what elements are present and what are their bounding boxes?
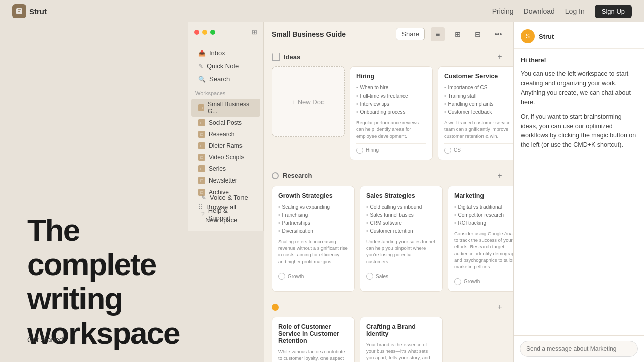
page-title: Small Business Guide	[272, 30, 346, 38]
sidebar-item-series[interactable]: □ Series	[191, 163, 260, 174]
search-icon: 🔍	[198, 76, 206, 83]
hiring-card-body: Regular performance reviews can help ide…	[356, 119, 426, 139]
ideas-title: Ideas	[272, 53, 300, 61]
workspace-icon: □	[198, 131, 205, 138]
sales-footer-icon	[366, 273, 373, 280]
ideas-loading-icon	[272, 53, 280, 61]
signup-button[interactable]: Sign Up	[595, 5, 632, 18]
research-title: Research	[272, 172, 312, 179]
chat-input-area	[514, 335, 644, 362]
split-view-icon[interactable]: ⊟	[471, 27, 485, 41]
grid-view-icon[interactable]: ⊞	[451, 27, 465, 41]
ideas-section-header: Ideas +	[264, 46, 513, 66]
minimize-dot	[202, 30, 207, 35]
sidebar-item-social-posts[interactable]: □ Social Posts	[191, 117, 260, 128]
sidebar-item-voice-tone[interactable]: ✎ Voice & Tone	[194, 191, 257, 204]
section3-cards: Role of Customer Service in Customer Ret…	[264, 317, 513, 362]
list-view-icon[interactable]: ≡	[431, 27, 445, 41]
get-started-link[interactable]: Get Started	[27, 336, 63, 344]
close-dot	[194, 30, 199, 35]
hiring-card-footer: Hiring	[356, 143, 426, 154]
hiring-footer-icon	[356, 147, 363, 154]
customer-retention-card[interactable]: Role of Customer Service in Customer Ret…	[272, 317, 355, 362]
workspace-icon: □	[198, 154, 205, 161]
sidebar-item-search[interactable]: 🔍 Search	[191, 73, 260, 85]
sidebar-item-newsletter[interactable]: □ Newsletter	[191, 175, 260, 186]
cs-card-footer: CS	[444, 143, 513, 154]
chat-message-2: Or, if you want to start brainstorming i…	[521, 112, 637, 150]
maximize-dot	[210, 30, 215, 35]
sidebar-item-dieter-rams[interactable]: □ Dieter Rams	[191, 140, 260, 151]
ideas-add-button[interactable]: +	[494, 51, 505, 62]
chat-header: S Strut	[514, 22, 644, 49]
workspace-icon: □	[198, 165, 205, 172]
help-icon: ?	[201, 211, 205, 218]
growth-card-body: Scaling refers to increasing revenue wit…	[278, 238, 348, 265]
marketing-card[interactable]: Marketing Digital vs traditional Competi…	[448, 186, 513, 292]
workspace-icon: □	[198, 177, 205, 184]
toolbar: Small Business Guide Share ≡ ⊞ ⊟ •••	[264, 22, 513, 46]
retention-card-title: Role of Customer Service in Customer Ret…	[278, 323, 348, 344]
chat-messages: Hi there! You can use the left workspace…	[514, 49, 644, 335]
workspace-icon: □	[198, 104, 204, 111]
new-doc-label: + New Doc	[292, 98, 325, 106]
nav-right: Pricing Download Log In Sign Up	[492, 5, 632, 18]
cs-card-body: A well-trained customer service team can…	[444, 119, 513, 139]
share-button[interactable]: Share	[396, 28, 425, 40]
sales-card-footer: Sales	[366, 269, 436, 280]
sidebar-item-small-business[interactable]: □ Small Business G...	[191, 99, 260, 117]
growth-card-bullets: Scaling vs expanding Franchising Partner…	[278, 203, 348, 235]
research-cards: Growth Strategies Scaling vs expanding F…	[264, 186, 513, 297]
sidebar-item-research[interactable]: □ Research	[191, 129, 260, 140]
sales-card-bullets: Cold calling vs inbound Sales funnel bas…	[366, 203, 436, 235]
workspace-icon: □	[198, 142, 205, 149]
download-link[interactable]: Download	[524, 7, 555, 15]
sales-card-title: Sales Strategies	[366, 192, 436, 199]
chat-input[interactable]	[520, 341, 638, 357]
section3-yellow-icon	[272, 304, 279, 311]
growth-footer-icon	[278, 273, 285, 280]
hero-text: The complete writing workspace	[27, 213, 188, 350]
marketing-footer-label: Growth	[464, 279, 480, 284]
workspace-icon: □	[198, 119, 205, 126]
cs-footer-label: CS	[454, 147, 461, 153]
sales-strategies-card[interactable]: Sales Strategies Cold calling vs inbound…	[360, 186, 443, 292]
marketing-footer-icon	[454, 278, 461, 285]
workspaces-label: Workspaces	[188, 86, 263, 98]
inbox-icon: 📥	[198, 50, 206, 57]
sidebar-footer: ✎ Voice & Tone ? Help & Support	[188, 191, 263, 225]
chat-greeting: Hi there!	[521, 56, 637, 65]
marketing-card-footer: Growth	[454, 275, 513, 285]
brand-card-body: Your brand is the essence of your busine…	[366, 341, 436, 362]
chat-panel: S Strut Hi there! You can use the left w…	[513, 22, 644, 362]
sidebar-item-video-scripts[interactable]: □ Video Scripts	[191, 152, 260, 163]
window-controls: ⊞	[188, 22, 263, 42]
sidebar-item-quick-note[interactable]: ✎ Quick Note	[191, 60, 260, 72]
logo[interactable]: Strut	[12, 4, 47, 18]
sidebar-item-help-support[interactable]: ? Help & Support	[194, 204, 257, 224]
hero-area: The complete writing workspace	[0, 22, 188, 362]
section3-add-button[interactable]: +	[494, 302, 505, 313]
logo-icon	[12, 4, 26, 18]
research-add-button[interactable]: +	[494, 170, 505, 182]
marketing-card-bullets: Digital vs traditional Competitor resear…	[454, 203, 513, 227]
marketing-card-body: Consider using Google Analytics to track…	[454, 230, 513, 270]
customer-service-card[interactable]: Customer Service Importance of CS Traini…	[438, 66, 513, 160]
new-doc-card[interactable]: + New Doc	[272, 66, 345, 137]
sidebar-container: ⊞ 📥 Inbox ✎ Quick Note 🔍 Search Workspac…	[188, 22, 264, 231]
hiring-footer-label: Hiring	[366, 147, 379, 153]
sales-footer-label: Sales	[376, 274, 388, 279]
brand-identity-card[interactable]: Crafting a Brand Identity Your brand is …	[360, 317, 443, 362]
sidebar-item-inbox[interactable]: 📥 Inbox	[191, 47, 260, 59]
more-options-icon[interactable]: •••	[491, 27, 505, 41]
hiring-card-title: Hiring	[356, 73, 426, 80]
hiring-card[interactable]: Hiring When to hire Full-time vs freelan…	[350, 66, 433, 160]
pricing-link[interactable]: Pricing	[492, 7, 514, 15]
growth-strategies-card[interactable]: Growth Strategies Scaling vs expanding F…	[272, 186, 355, 292]
cs-card-title: Customer Service	[444, 73, 513, 80]
panel-toggle-icon[interactable]: ⊞	[252, 28, 257, 36]
login-link[interactable]: Log In	[565, 7, 585, 15]
research-section-header: Research +	[264, 165, 513, 186]
top-nav: Strut Pricing Download Log In Sign Up	[0, 0, 644, 22]
hiring-card-bullets: When to hire Full-time vs freelance Inte…	[356, 84, 426, 116]
